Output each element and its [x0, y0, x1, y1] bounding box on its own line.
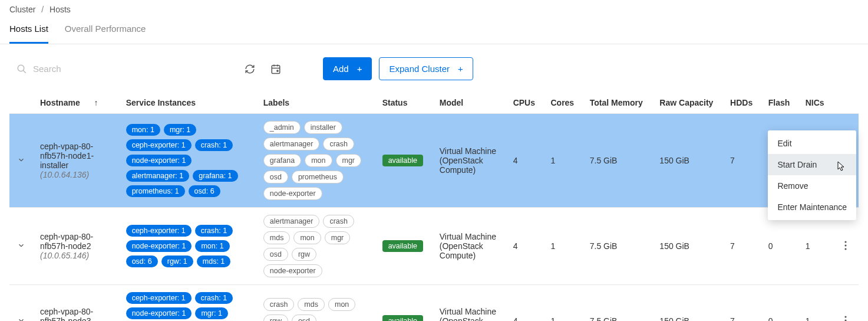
chip[interactable]: rgw: 1 [161, 256, 193, 267]
col-flash[interactable]: Flash [761, 92, 798, 114]
menu-enter-maintenance[interactable]: Enter Maintenance [768, 196, 856, 218]
chip[interactable]: osd [292, 315, 316, 321]
tab-overall-performance[interactable]: Overall Performance [65, 17, 146, 44]
chip[interactable]: node-exporter: 1 [126, 240, 192, 252]
chip[interactable]: mon [328, 298, 355, 311]
row-actions-button[interactable] [841, 237, 850, 256]
chip[interactable]: mds [263, 231, 291, 244]
chip[interactable]: ceph-exporter: 1 [126, 292, 192, 304]
menu-edit[interactable]: Edit [768, 133, 856, 154]
col-model[interactable]: Model [433, 92, 506, 114]
chip[interactable]: rgw [263, 315, 288, 321]
expand-toggle[interactable] [17, 241, 25, 251]
chip[interactable]: crash: 1 [195, 225, 233, 237]
chip[interactable]: alertmanager [263, 215, 320, 228]
cell-model: Virtual Machine (OpenStack Compute) [433, 285, 506, 322]
chip[interactable]: mon [293, 231, 321, 244]
chip[interactable]: installer [304, 121, 342, 134]
chip[interactable]: node-exporter: 1 [126, 307, 192, 319]
breadcrumb-current: Hosts [49, 5, 71, 14]
cell-cores: 1 [543, 114, 582, 208]
chip[interactable]: alertmanager: 1 [126, 170, 190, 182]
col-memory[interactable]: Total Memory [583, 92, 653, 114]
table-row[interactable]: ceph-vpap-80-nfb57h-node2 (10.0.65.146) … [9, 208, 859, 285]
hostname-text: ceph-vpap-80-nfb57h-node1-installer [40, 142, 112, 170]
menu-start-drain[interactable]: Start Drain [768, 154, 856, 175]
chip[interactable]: node-exporter [263, 264, 322, 277]
table-row[interactable]: ceph-vpap-80-nfb57h-node1-installer (10.… [9, 114, 859, 208]
chip[interactable]: crash: 1 [195, 139, 233, 151]
chip[interactable]: ceph-exporter: 1 [126, 225, 192, 237]
cell-labels: _admininstalleralertmanagercrashgrafanam… [256, 114, 375, 208]
plus-icon: + [357, 64, 362, 74]
chip[interactable]: rgw [292, 248, 316, 261]
col-services[interactable]: Service Instances [119, 92, 256, 114]
col-labels[interactable]: Labels [256, 92, 375, 114]
cell-status: available [375, 285, 433, 322]
col-cores[interactable]: Cores [543, 92, 582, 114]
svg-point-11 [844, 244, 846, 246]
chip[interactable]: grafana [263, 154, 301, 167]
status-badge: available [382, 240, 423, 252]
chip[interactable]: ceph-exporter: 1 [126, 139, 192, 151]
refresh-button[interactable] [240, 60, 259, 78]
search-field[interactable] [16, 64, 205, 74]
chip[interactable]: mgr: 1 [195, 307, 227, 319]
chip[interactable]: mon: 1 [126, 124, 160, 136]
search-input[interactable] [33, 64, 205, 74]
table-row[interactable]: ceph-vpap-80-nfb57h-node3 (10.0.66.231) … [9, 285, 859, 322]
cell-hostname: ceph-vpap-80-nfb57h-node3 (10.0.66.231) [33, 285, 119, 322]
col-cpus[interactable]: CPUs [506, 92, 544, 114]
chip[interactable]: osd: 6 [189, 185, 220, 197]
chip[interactable]: alertmanager [263, 137, 320, 150]
svg-point-0 [18, 65, 24, 71]
col-status[interactable]: Status [375, 92, 433, 114]
chip[interactable]: _admin [263, 121, 301, 134]
chip[interactable]: mds: 1 [197, 256, 231, 267]
add-label: Add [333, 64, 349, 74]
chip[interactable]: mon [305, 154, 332, 167]
chip[interactable]: grafana: 1 [193, 170, 237, 182]
svg-rect-2 [272, 65, 280, 74]
chip[interactable]: osd [263, 171, 288, 184]
add-button[interactable]: Add + [323, 57, 372, 80]
chip[interactable]: mgr [336, 154, 362, 167]
columns-button[interactable] [266, 60, 285, 78]
chip[interactable]: osd [263, 248, 288, 261]
expand-toggle[interactable] [17, 316, 25, 322]
chip[interactable]: crash: 1 [195, 292, 233, 304]
chip[interactable]: prometheus: 1 [126, 185, 185, 197]
expand-cluster-button[interactable]: Expand Cluster + [379, 57, 473, 80]
col-capacity[interactable]: Raw Capacity [652, 92, 723, 114]
breadcrumb-root[interactable]: Cluster [9, 5, 35, 14]
chip[interactable]: mon: 1 [195, 240, 229, 252]
menu-remove[interactable]: Remove [768, 175, 856, 196]
chip[interactable]: node-exporter [263, 187, 322, 200]
refresh-icon [245, 64, 255, 74]
sort-asc-icon: ↑ [94, 98, 98, 107]
breadcrumb-sep: / [41, 5, 44, 14]
chip[interactable]: crash [323, 137, 354, 150]
chip[interactable]: crash [323, 215, 354, 228]
chip[interactable]: crash [263, 298, 295, 311]
chip[interactable]: mds [298, 298, 325, 311]
chip[interactable]: osd: 6 [126, 256, 158, 267]
chip[interactable]: prometheus [292, 171, 344, 184]
cell-services: ceph-exporter: 1crash: 1node-exporter: 1… [119, 208, 256, 285]
col-hostname-label: Hostname [40, 98, 80, 107]
expand-toggle[interactable] [17, 156, 25, 166]
svg-point-12 [844, 248, 846, 250]
chip[interactable]: mgr: 1 [164, 124, 196, 136]
svg-line-1 [23, 70, 26, 73]
cell-labels: crashmdsmonrgwosdnode-exporter [256, 285, 375, 322]
chip[interactable]: node-exporter: 1 [126, 155, 192, 166]
calendar-icon [270, 64, 281, 74]
cell-capacity: 150 GiB [652, 208, 723, 285]
tab-hosts-list[interactable]: Hosts List [9, 17, 48, 44]
col-hostname[interactable]: Hostname ↑ [33, 92, 119, 114]
cell-hdds: 7 [723, 208, 761, 285]
chip[interactable]: mgr [325, 231, 351, 244]
col-hdds[interactable]: HDDs [723, 92, 761, 114]
row-actions-button[interactable] [841, 312, 850, 322]
col-nics[interactable]: NICs [798, 92, 833, 114]
